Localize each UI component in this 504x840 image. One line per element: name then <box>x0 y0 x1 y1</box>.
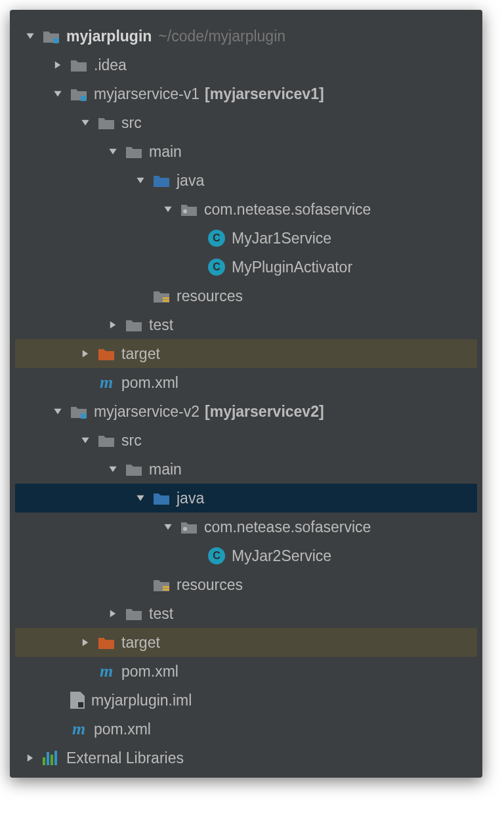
expand-arrow-icon[interactable] <box>106 144 120 159</box>
tree-row-scratches[interactable]: Scratches and Consoles <box>15 772 477 778</box>
tree-row-pom[interactable]: m pom.xml <box>15 657 477 686</box>
file-label: pom.xml <box>94 721 151 738</box>
collapse-arrow-icon[interactable] <box>78 635 93 650</box>
class-label: MyPluginActivator <box>232 259 352 276</box>
expand-arrow-icon[interactable] <box>106 462 120 476</box>
project-tree-panel: myjarplugin ~/code/myjarplugin .idea myj… <box>10 10 482 778</box>
libraries-label: External Libraries <box>66 749 184 767</box>
folder-label: target <box>121 634 160 652</box>
collapse-arrow-icon[interactable] <box>78 346 93 361</box>
class-label: MyJar1Service <box>232 230 331 247</box>
svg-rect-1 <box>81 96 86 101</box>
folder-label: main <box>149 143 182 161</box>
folder-icon <box>125 605 142 622</box>
collapse-arrow-icon[interactable] <box>51 58 65 72</box>
project-name: myjarplugin <box>66 28 152 45</box>
iml-file-icon <box>70 692 85 709</box>
file-label: pom.xml <box>121 374 178 392</box>
class-icon: C <box>208 259 225 276</box>
svg-rect-3 <box>163 297 169 299</box>
expand-arrow-icon[interactable] <box>51 87 65 101</box>
tree-row-pom[interactable]: m pom.xml <box>15 368 477 397</box>
tree-row-resources[interactable]: resources <box>15 570 477 599</box>
module-bracket: [myjarservicev2] <box>205 403 324 421</box>
expand-arrow-icon[interactable] <box>78 116 93 130</box>
tree-row-main[interactable]: main <box>15 455 477 484</box>
maven-icon: m <box>98 662 115 681</box>
tree-row-external-libraries[interactable]: External Libraries <box>15 744 477 772</box>
tree-row-class[interactable]: C MyJar1Service <box>15 224 477 253</box>
project-path: ~/code/myjarplugin <box>158 28 285 45</box>
folder-label: target <box>121 345 160 363</box>
expand-arrow-icon[interactable] <box>161 202 175 217</box>
source-folder-icon <box>153 172 170 189</box>
resources-folder-icon <box>153 576 170 593</box>
package-label: com.netease.sofaservice <box>204 201 371 219</box>
tree-row-root[interactable]: myjarplugin ~/code/myjarplugin <box>15 22 477 51</box>
tree-row-resources[interactable]: resources <box>15 282 477 310</box>
tree-row-root-pom[interactable]: m pom.xml <box>15 715 477 744</box>
folder-label: resources <box>177 576 243 594</box>
folder-label: resources <box>177 287 243 305</box>
tree-row-package[interactable]: com.netease.sofaservice <box>15 513 477 541</box>
svg-rect-7 <box>163 586 169 588</box>
resources-folder-icon <box>153 287 170 304</box>
tree-row-src[interactable]: src <box>15 108 477 137</box>
folder-label: src <box>121 114 142 132</box>
tree-row-class[interactable]: C MyJar2Service <box>15 541 477 570</box>
tree-row-iml[interactable]: myjarplugin.iml <box>15 686 477 715</box>
folder-icon <box>125 143 142 160</box>
maven-icon: m <box>70 719 87 739</box>
module-bracket: [myjarservicev1] <box>205 85 324 103</box>
file-label: pom.xml <box>121 663 178 681</box>
tree-row-idea[interactable]: .idea <box>15 51 477 79</box>
collapse-arrow-icon[interactable] <box>106 606 120 621</box>
class-icon: C <box>208 230 225 247</box>
svg-rect-4 <box>163 300 169 302</box>
folder-icon <box>125 316 142 333</box>
expand-arrow-icon[interactable] <box>133 173 148 188</box>
folder-icon <box>125 461 142 478</box>
tree-row-test[interactable]: test <box>15 599 477 628</box>
tree-row-java-selected[interactable]: java <box>15 484 477 513</box>
expand-arrow-icon[interactable] <box>23 29 37 43</box>
module-name: myjarservice-v1 <box>94 85 200 103</box>
svg-rect-5 <box>81 413 86 419</box>
folder-label: java <box>177 172 204 190</box>
folder-label: test <box>149 605 173 623</box>
tree-row-target[interactable]: target <box>15 628 477 657</box>
tree-row-package[interactable]: com.netease.sofaservice <box>15 195 477 224</box>
tree-row-module1[interactable]: myjarservice-v1 [myjarservicev1] <box>15 79 477 108</box>
expand-arrow-icon[interactable] <box>161 520 175 534</box>
module-folder-icon <box>43 28 60 45</box>
module-folder-icon <box>70 85 87 102</box>
maven-icon: m <box>98 373 115 392</box>
tree-row-java[interactable]: java <box>15 166 477 195</box>
tree-row-main[interactable]: main <box>15 137 477 166</box>
folder-label: .idea <box>94 56 127 74</box>
folder-icon <box>98 114 115 131</box>
collapse-arrow-icon[interactable] <box>106 318 120 332</box>
tree-row-src[interactable]: src <box>15 426 477 455</box>
class-icon: C <box>208 547 225 564</box>
expand-arrow-icon[interactable] <box>133 491 148 505</box>
package-icon <box>180 518 198 536</box>
svg-point-6 <box>183 527 187 531</box>
folder-label: java <box>177 490 204 507</box>
tree-row-module2[interactable]: myjarservice-v2 [myjarservicev2] <box>15 397 477 426</box>
expand-arrow-icon[interactable] <box>51 404 65 419</box>
svg-point-2 <box>183 209 187 213</box>
module-folder-icon <box>70 403 87 420</box>
tree-row-test[interactable]: test <box>15 310 477 339</box>
package-icon <box>180 201 198 218</box>
folder-label: test <box>149 316 173 334</box>
tree-row-target[interactable]: target <box>15 339 477 368</box>
collapse-arrow-icon[interactable] <box>23 751 37 765</box>
module-name: myjarservice-v2 <box>94 403 200 421</box>
package-label: com.netease.sofaservice <box>204 518 371 536</box>
excluded-folder-icon <box>98 345 115 362</box>
folder-icon <box>70 56 87 74</box>
expand-arrow-icon[interactable] <box>78 433 93 448</box>
folder-label: src <box>121 432 142 450</box>
tree-row-class[interactable]: C MyPluginActivator <box>15 253 477 282</box>
